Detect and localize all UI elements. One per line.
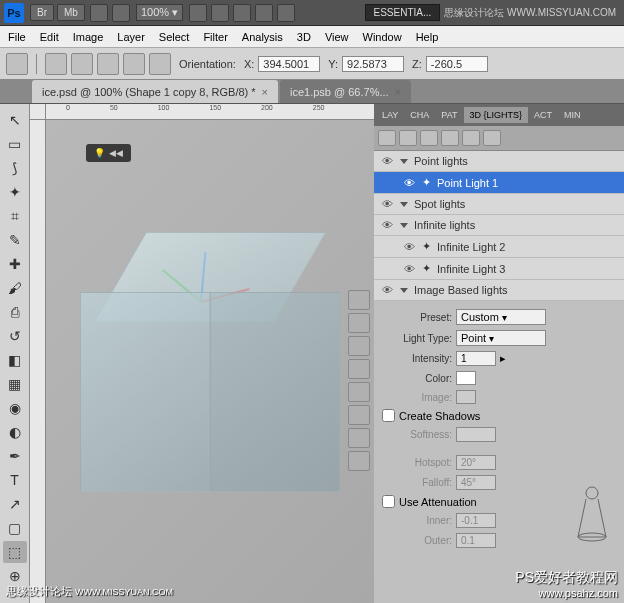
side-icon-2[interactable]	[348, 313, 370, 333]
view-grid-icon[interactable]	[112, 4, 130, 22]
side-icon-7[interactable]	[348, 428, 370, 448]
mb-button[interactable]: Mb	[57, 4, 85, 21]
blur-tool[interactable]: ◉	[3, 397, 27, 419]
side-icon-5[interactable]	[348, 382, 370, 402]
menu-file[interactable]: File	[8, 31, 26, 43]
filter-icon-2[interactable]	[399, 130, 417, 146]
tab-3d-lights[interactable]: 3D {LIGHTS}	[464, 107, 529, 123]
eye-icon[interactable]: 👁	[380, 284, 394, 296]
side-icon-6[interactable]	[348, 405, 370, 425]
tab-min[interactable]: MIN	[558, 107, 587, 123]
marquee-tool[interactable]: ▭	[3, 133, 27, 155]
canvas[interactable]: 💡 ◀◀	[46, 120, 374, 603]
arrange-icon[interactable]	[255, 4, 273, 22]
zoom-icon[interactable]	[211, 4, 229, 22]
rotate-icon[interactable]	[233, 4, 251, 22]
3d-object[interactable]	[80, 232, 340, 512]
opt-icon-1[interactable]	[45, 53, 67, 75]
y-field[interactable]	[342, 56, 404, 72]
slider-icon[interactable]: ▸	[500, 352, 506, 365]
intensity-field[interactable]	[456, 351, 496, 366]
filter-icon-6[interactable]	[483, 130, 501, 146]
lasso-tool[interactable]: ⟆	[3, 157, 27, 179]
side-icon-3[interactable]	[348, 336, 370, 356]
eyedropper-tool[interactable]: ✎	[3, 229, 27, 251]
healing-tool[interactable]: ✚	[3, 253, 27, 275]
opt-icon-4[interactable]	[123, 53, 145, 75]
stamp-tool[interactable]: ⎙	[3, 301, 27, 323]
workspace-select[interactable]: ESSENTIA...	[365, 4, 441, 21]
tab-paths[interactable]: PAT	[435, 107, 463, 123]
close-icon[interactable]: ×	[262, 86, 268, 98]
brush-tool[interactable]: 🖌	[3, 277, 27, 299]
side-icon-1[interactable]	[348, 290, 370, 310]
bridge-button[interactable]: Br	[30, 4, 54, 21]
doc-tab-2[interactable]: ice1.psb @ 66.7%...×	[280, 80, 411, 103]
move-tool[interactable]: ↖	[3, 109, 27, 131]
tab-actions[interactable]: ACT	[528, 107, 558, 123]
close-icon[interactable]: ×	[395, 86, 401, 98]
shape-tool[interactable]: ▢	[3, 517, 27, 539]
3d-mini-panel[interactable]: 💡 ◀◀	[86, 144, 131, 162]
tab-layers[interactable]: LAY	[376, 107, 404, 123]
filter-icon-5[interactable]	[462, 130, 480, 146]
eye-icon[interactable]: 👁	[402, 263, 416, 275]
preset-select[interactable]: Custom ▾	[456, 309, 546, 325]
watermark-top: 思缘设计论坛 WWW.MISSYUAN.COM	[444, 6, 616, 20]
infinite-lights-group[interactable]: 👁Infinite lights	[374, 215, 624, 236]
menu-3d[interactable]: 3D	[297, 31, 311, 43]
menu-window[interactable]: Window	[363, 31, 402, 43]
opt-icon-2[interactable]	[71, 53, 93, 75]
screen-mode-icon[interactable]	[277, 4, 295, 22]
doc-tab-1[interactable]: ice.psd @ 100% (Shape 1 copy 8, RGB/8) *…	[32, 80, 278, 103]
eraser-tool[interactable]: ◧	[3, 349, 27, 371]
point-lights-group[interactable]: 👁Point lights	[374, 151, 624, 172]
eye-icon[interactable]: 👁	[380, 155, 394, 167]
menu-layer[interactable]: Layer	[117, 31, 145, 43]
filter-icon-1[interactable]	[378, 130, 396, 146]
view-extras-icon[interactable]	[90, 4, 108, 22]
type-tool[interactable]: T	[3, 469, 27, 491]
hand-icon[interactable]	[189, 4, 207, 22]
wand-tool[interactable]: ✦	[3, 181, 27, 203]
filter-icon-3[interactable]	[420, 130, 438, 146]
infinite-light-3[interactable]: 👁✦Infinite Light 3	[374, 258, 624, 280]
opt-icon-5[interactable]	[149, 53, 171, 75]
eye-icon[interactable]: 👁	[380, 198, 394, 210]
crop-tool[interactable]: ⌗	[3, 205, 27, 227]
history-brush-tool[interactable]: ↺	[3, 325, 27, 347]
tab-channels[interactable]: CHA	[404, 107, 435, 123]
z-field[interactable]	[426, 56, 488, 72]
attenuation-checkbox[interactable]	[382, 495, 395, 508]
color-swatch[interactable]	[456, 371, 476, 385]
dodge-tool[interactable]: ◐	[3, 421, 27, 443]
eye-icon[interactable]: 👁	[402, 177, 416, 189]
path-tool[interactable]: ↗	[3, 493, 27, 515]
shadows-checkbox[interactable]	[382, 409, 395, 422]
opt-icon-3[interactable]	[97, 53, 119, 75]
lighttype-select[interactable]: Point ▾	[456, 330, 546, 346]
infinite-light-2[interactable]: 👁✦Infinite Light 2	[374, 236, 624, 258]
menu-filter[interactable]: Filter	[203, 31, 227, 43]
mini-arrows[interactable]: ◀◀	[109, 148, 123, 158]
zoom-select[interactable]: 100% ▾	[136, 4, 183, 21]
tool-preset-icon[interactable]	[6, 53, 28, 75]
menu-help[interactable]: Help	[416, 31, 439, 43]
eye-icon[interactable]: 👁	[380, 219, 394, 231]
side-icon-8[interactable]	[348, 451, 370, 471]
filter-icon-4[interactable]	[441, 130, 459, 146]
menu-analysis[interactable]: Analysis	[242, 31, 283, 43]
menu-view[interactable]: View	[325, 31, 349, 43]
menu-edit[interactable]: Edit	[40, 31, 59, 43]
3d-tool[interactable]: ⬚	[3, 541, 27, 563]
gradient-tool[interactable]: ▦	[3, 373, 27, 395]
menu-image[interactable]: Image	[73, 31, 104, 43]
pen-tool[interactable]: ✒	[3, 445, 27, 467]
eye-icon[interactable]: 👁	[402, 241, 416, 253]
side-icon-4[interactable]	[348, 359, 370, 379]
x-field[interactable]	[258, 56, 320, 72]
menu-select[interactable]: Select	[159, 31, 190, 43]
image-based-lights-group[interactable]: 👁Image Based lights	[374, 280, 624, 301]
point-light-1[interactable]: 👁✦Point Light 1	[374, 172, 624, 194]
spot-lights-group[interactable]: 👁Spot lights	[374, 194, 624, 215]
